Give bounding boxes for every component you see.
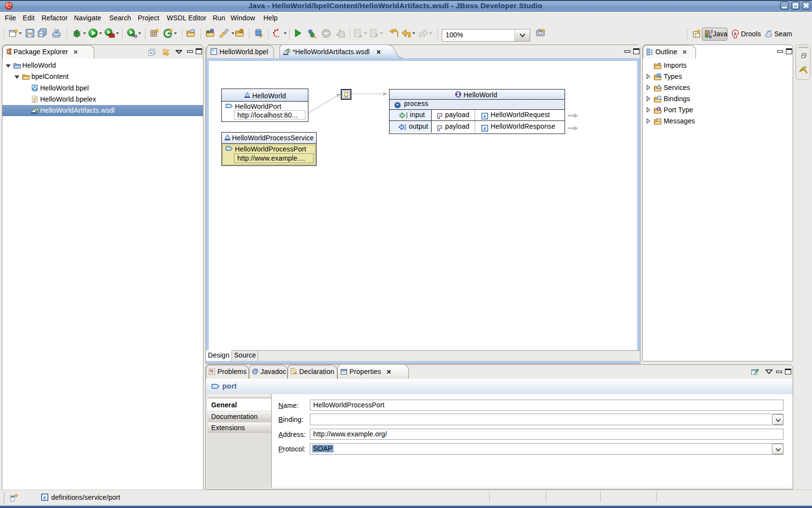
- svg-text:e: e: [484, 113, 486, 119]
- svg-text:e: e: [484, 125, 486, 131]
- svg-text:e: e: [44, 494, 46, 501]
- svg-text:S: S: [657, 74, 660, 78]
